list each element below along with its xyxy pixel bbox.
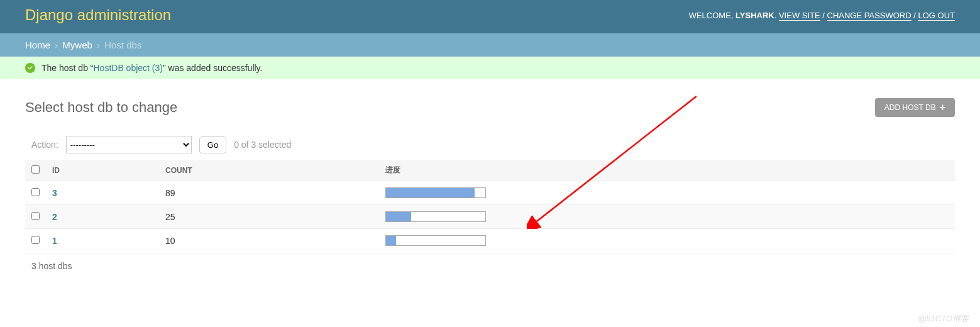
row-progress: [385, 211, 486, 222]
user-tools: WELCOME, LYSHARK. VIEW SITE / CHANGE PAS…: [689, 11, 955, 20]
success-icon: [25, 63, 35, 73]
row-progress: [385, 187, 486, 198]
breadcrumb-app[interactable]: Myweb: [62, 40, 92, 50]
row-count: 25: [159, 205, 379, 229]
added-object-link[interactable]: HostDB object (3): [94, 63, 163, 73]
paginator: 3 host dbs: [25, 253, 955, 279]
row-count: 10: [159, 229, 379, 253]
select-all-checkbox[interactable]: [31, 165, 40, 174]
table-row: 3 89: [25, 181, 955, 205]
table-row: 1 10: [25, 229, 955, 253]
row-checkbox[interactable]: [31, 236, 40, 244]
username: LYSHARK: [735, 11, 774, 20]
row-progress: [385, 235, 486, 246]
row-count: 89: [159, 181, 379, 205]
add-button-label: ADD HOST DB: [884, 103, 936, 112]
plus-icon: +: [940, 104, 945, 111]
welcome-text: WELCOME,: [689, 11, 735, 20]
admin-header: Django administration WELCOME, LYSHARK. …: [0, 0, 980, 33]
action-counter: 0 of 3 selected: [234, 140, 291, 150]
breadcrumb-current: Host dbs: [104, 40, 141, 50]
site-name[interactable]: Django administration: [25, 6, 171, 24]
change-password-link[interactable]: CHANGE PASSWORD: [827, 11, 911, 21]
row-id-link[interactable]: 3: [52, 188, 57, 198]
row-id-link[interactable]: 2: [52, 212, 57, 222]
logout-link[interactable]: LOG OUT: [918, 11, 955, 21]
select-all-header: [25, 160, 46, 181]
breadcrumb-home[interactable]: Home: [25, 40, 50, 50]
row-checkbox[interactable]: [31, 212, 40, 220]
page-title: Select host db to change: [25, 99, 177, 116]
table-row: 2 25: [25, 205, 955, 229]
column-id[interactable]: ID: [46, 160, 159, 181]
go-button[interactable]: Go: [199, 136, 226, 153]
column-progress[interactable]: 进度: [379, 160, 955, 181]
add-host-db-button[interactable]: ADD HOST DB +: [875, 98, 955, 117]
view-site-link[interactable]: VIEW SITE: [779, 11, 820, 21]
row-id-link[interactable]: 1: [52, 236, 57, 246]
breadcrumb: Home › Myweb › Host dbs: [0, 33, 980, 57]
row-checkbox[interactable]: [31, 188, 40, 196]
actions-bar: Action: --------- Go 0 of 3 selected: [25, 130, 955, 160]
results-table: ID COUNT 进度 3 89 2 25 1 10: [25, 160, 955, 253]
action-label: Action:: [31, 140, 58, 150]
column-count[interactable]: COUNT: [159, 160, 379, 181]
action-select[interactable]: ---------: [66, 136, 192, 153]
success-message: The host db “HostDB object (3)” was adde…: [0, 57, 980, 79]
content-header: Select host db to change ADD HOST DB +: [25, 98, 955, 117]
